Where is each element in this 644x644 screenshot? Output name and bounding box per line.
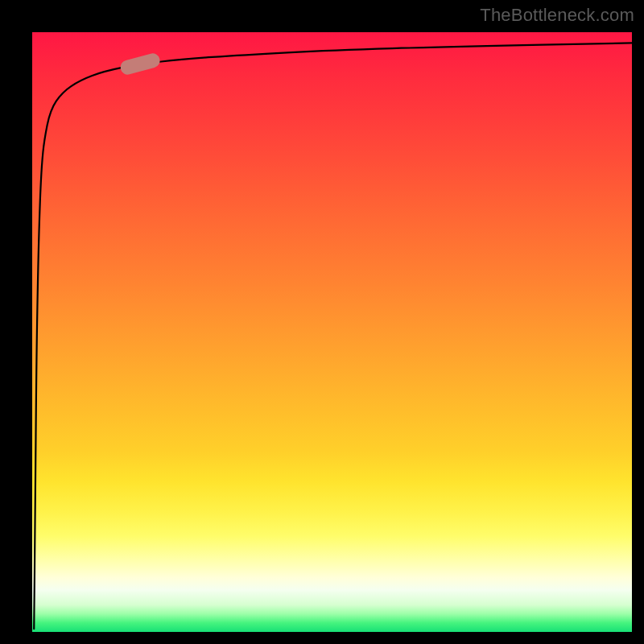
chart-svg xyxy=(32,32,632,632)
attribution-label: TheBottleneck.com xyxy=(480,5,634,26)
marker-pill xyxy=(119,52,162,76)
curve-path xyxy=(34,43,632,629)
chart-plot-area xyxy=(32,32,632,632)
bottleneck-curve xyxy=(34,43,632,629)
chart-frame: TheBottleneck.com xyxy=(0,0,644,644)
curve-marker xyxy=(119,52,162,76)
